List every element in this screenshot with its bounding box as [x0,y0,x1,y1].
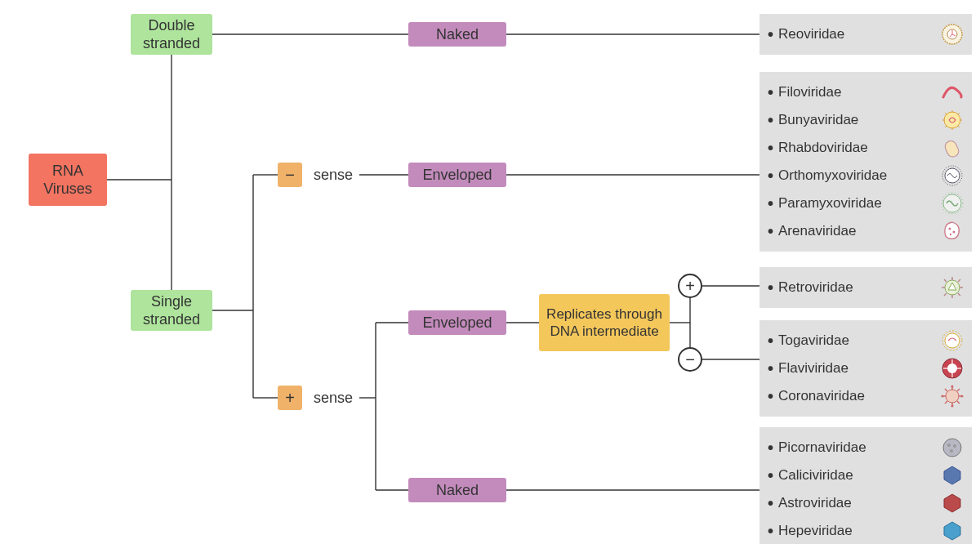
family-label: Astroviridae [778,495,852,511]
astroviridae-icon [941,492,964,515]
plus-circle: + [678,274,702,298]
family-label: Bunyaviridae [778,112,858,128]
svg-line-47 [958,293,960,296]
family-label: Hepeviridae [778,523,853,539]
naked-node-ds: Naked [408,22,506,47]
double-stranded-label: Double stranded [131,16,212,53]
plus-sense-sign: + [278,386,302,410]
family-label: Reoviridae [778,26,844,42]
caliciviridae-icon [941,464,964,487]
hepeviridae-icon [941,519,964,542]
svg-line-64 [945,389,947,391]
svg-point-54 [947,363,957,373]
family-label: Retroviridae [778,279,853,296]
list-item: Bunyaviridae [768,106,964,134]
enveloped-label-pos: Enveloped [422,314,492,332]
family-label: Orthomyxoviridae [778,167,887,184]
svg-point-69 [951,405,954,408]
togaviridae-icon [941,329,964,352]
panel-pos-enveloped-nodna: Togaviridae Flaviviridae Coronaviridae [760,320,972,417]
family-label: Caliciviridae [778,467,853,484]
double-stranded-node: Double stranded [131,14,212,55]
svg-line-65 [957,401,960,404]
svg-line-49 [958,279,960,282]
root-node-rna-viruses: RNA Viruses [29,154,107,206]
plus-sense-label: sense [302,386,359,410]
arenaviridae-icon [941,220,964,243]
plus-circle-text: + [685,277,695,296]
svg-marker-77 [944,494,960,512]
reoviridae-icon [941,23,964,46]
minus-sense-text: sense [314,166,353,185]
replicates-label: Replicates through DNA intermediate [544,305,665,341]
svg-point-70 [942,395,944,398]
root-label: RNA Viruses [29,162,107,198]
panel-pos-naked: Picornaviridae Caliciviridae Astrovirida… [760,427,972,544]
list-item: Togaviridae [768,327,964,354]
minus-sense-sign: − [278,163,302,187]
list-item: Reoviridae [768,20,964,48]
enveloped-label-neg: Enveloped [422,166,492,185]
panel-reoviridae: Reoviridae [760,14,972,55]
svg-point-72 [943,439,961,457]
list-item: Rhabdoviridae [768,134,964,162]
svg-marker-76 [944,466,960,484]
family-label: Rhabdoviridae [778,140,868,156]
svg-point-75 [950,449,953,453]
svg-point-74 [953,444,956,448]
replicates-dna-node: Replicates through DNA intermediate [539,294,670,351]
svg-point-38 [949,228,951,230]
svg-marker-78 [944,522,960,540]
naked-label-pos: Naked [436,481,479,500]
orthomyxoviridae-icon [941,164,964,187]
list-item: Arenaviridae [768,217,964,245]
svg-point-71 [961,395,964,398]
picornaviridae-icon [941,436,964,459]
list-item: Orthomyxoviridae [768,162,964,190]
svg-line-48 [944,293,947,296]
svg-point-68 [951,386,954,388]
family-label: Paramyxoviridae [778,195,882,212]
list-item: Flaviviridae [768,354,964,382]
single-stranded-node: Single stranded [131,290,212,331]
list-item: Caliciviridae [768,462,964,489]
rhabdoviridae-icon [941,136,964,159]
svg-point-51 [945,333,960,348]
svg-point-73 [947,444,951,447]
minus-sign-text: − [285,165,295,185]
coronaviridae-icon [941,385,964,408]
svg-point-59 [946,390,959,403]
family-label: Togaviridae [778,332,849,349]
list-item: Retroviridae [768,274,964,301]
bunyaviridae-icon [941,109,964,132]
list-item: Picornaviridae [768,434,964,462]
list-item: Astroviridae [768,489,964,517]
plus-sense-text: sense [314,389,353,408]
flaviviridae-icon [941,357,964,380]
svg-line-46 [944,279,947,282]
svg-line-67 [957,389,960,391]
svg-point-40 [950,234,951,235]
list-item: Coronaviridae [768,382,964,410]
plus-sign-text: + [285,388,295,408]
panel-neg-enveloped: Filoviridae Bunyaviridae Rhabdoviridae O… [760,72,972,252]
svg-line-30 [958,126,960,127]
retroviridae-icon [941,276,964,299]
svg-rect-33 [943,139,960,158]
svg-line-29 [945,113,947,114]
enveloped-node-pos: Enveloped [408,310,506,335]
svg-line-31 [945,126,947,127]
filoviridae-icon [941,81,964,104]
family-label: Picornaviridae [778,439,866,456]
paramyxoviridae-icon [941,192,964,215]
family-label: Filoviridae [778,84,841,100]
family-label: Arenaviridae [778,223,856,239]
list-item: Hepeviridae [768,517,964,544]
list-item: Paramyxoviridae [768,190,964,217]
svg-line-66 [945,401,947,404]
single-stranded-label: Single stranded [131,292,212,329]
svg-line-32 [958,113,960,114]
family-label: Coronaviridae [778,388,865,404]
naked-label-ds: Naked [436,25,479,44]
list-item: Filoviridae [768,78,964,106]
